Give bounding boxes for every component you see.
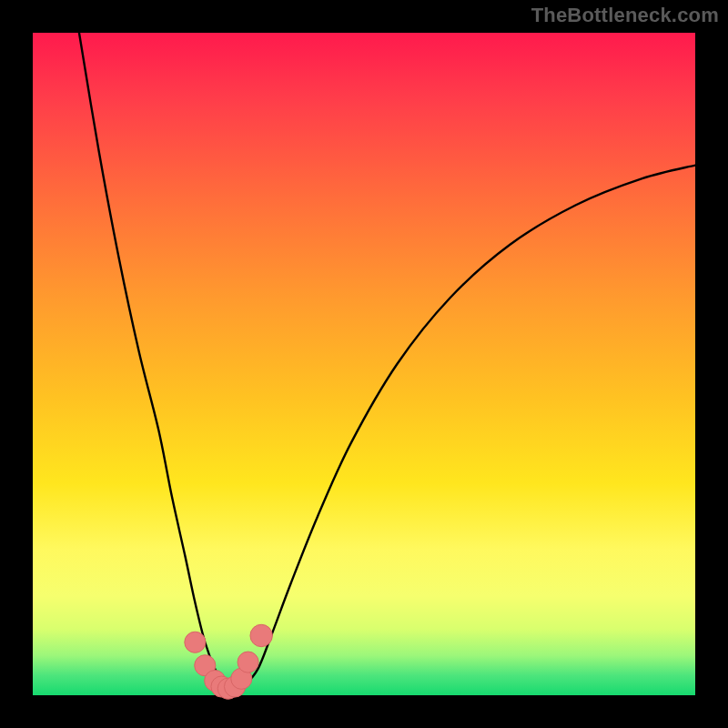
bottleneck-curve bbox=[33, 33, 695, 695]
curve-marker bbox=[185, 632, 206, 652]
curve-marker bbox=[238, 652, 258, 672]
curve-marker bbox=[250, 624, 272, 646]
chart-frame: TheBottleneck.com bbox=[0, 0, 728, 728]
watermark-text: TheBottleneck.com bbox=[531, 4, 719, 27]
plot-area bbox=[33, 33, 695, 695]
